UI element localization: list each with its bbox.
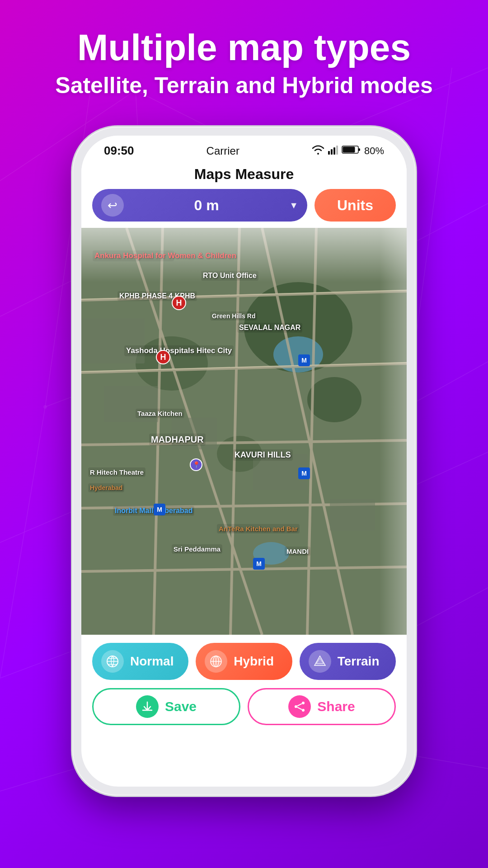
main-headline: Multiple map types [36,27,452,68]
svg-line-8 [407,362,488,407]
svg-rect-67 [104,386,158,422]
status-icons: 80% [312,145,384,157]
svg-rect-39 [328,151,330,155]
svg-line-22 [0,407,45,678]
undo-arrow: ↩ [108,198,117,212]
svg-rect-40 [331,149,333,155]
map-area[interactable]: Ankura Hospital for Women & Children KPH… [81,228,407,635]
svg-point-79 [295,705,297,708]
phone-screen: 09:50 Carrier [81,136,407,787]
measure-button[interactable]: ↩ 0 m ▼ [92,189,307,222]
phone-frame: 09:50 Carrier [72,127,416,796]
hybrid-label: Hybrid [234,654,274,669]
battery-icon [342,145,361,157]
units-label: Units [337,197,373,214]
marketing-header: Multiple map types Satellite, Terrain an… [0,27,488,99]
map-type-hybrid[interactable]: Hybrid [196,643,292,680]
svg-point-50 [307,377,361,422]
terrain-map-icon [309,650,331,673]
map-type-row: Normal Hybrid [92,643,396,680]
svg-rect-44 [358,148,360,151]
battery-percent: 80% [364,145,384,157]
map-type-terrain[interactable]: Terrain [300,643,396,680]
sub-headline: Satellite, Terrain and Hybrid modes [36,72,452,99]
share-label: Share [317,699,355,714]
svg-rect-70 [330,499,375,531]
wifi-icon [312,145,324,157]
svg-rect-42 [336,146,338,155]
hybrid-map-icon [205,650,227,673]
svg-rect-68 [172,418,217,449]
undo-icon[interactable]: ↩ [101,194,124,217]
app-title: Maps Measure [81,162,407,189]
bottom-controls: Normal Hybrid [81,635,407,733]
units-button[interactable]: Units [314,189,396,222]
status-bar: 09:50 Carrier [81,136,407,162]
svg-point-53 [253,542,289,565]
svg-point-80 [302,709,305,712]
status-time: 09:50 [104,144,134,158]
svg-point-31 [43,405,47,409]
svg-line-81 [297,704,302,706]
svg-rect-47 [81,228,407,635]
save-icon [136,695,159,718]
status-carrier: Carrier [206,145,239,157]
share-icon [288,695,311,718]
svg-rect-45 [343,146,355,152]
normal-label: Normal [130,654,174,669]
normal-map-icon [101,650,124,673]
svg-rect-69 [253,454,307,490]
map-type-normal[interactable]: Normal [92,643,188,680]
save-label: Save [165,699,197,714]
control-bar: ↩ 0 m ▼ Units [81,189,407,228]
svg-line-82 [297,708,302,710]
measure-value: 0 m [124,197,289,214]
svg-point-78 [302,702,305,704]
save-button[interactable]: Save [92,688,240,725]
dropdown-arrow-icon[interactable]: ▼ [289,200,298,211]
svg-rect-66 [81,318,145,363]
action-row: Save Share [92,688,396,725]
terrain-label: Terrain [338,654,380,669]
svg-rect-41 [333,147,335,155]
map-right-fade [380,228,407,635]
signal-icon [328,145,338,157]
share-button[interactable]: Share [248,688,396,725]
